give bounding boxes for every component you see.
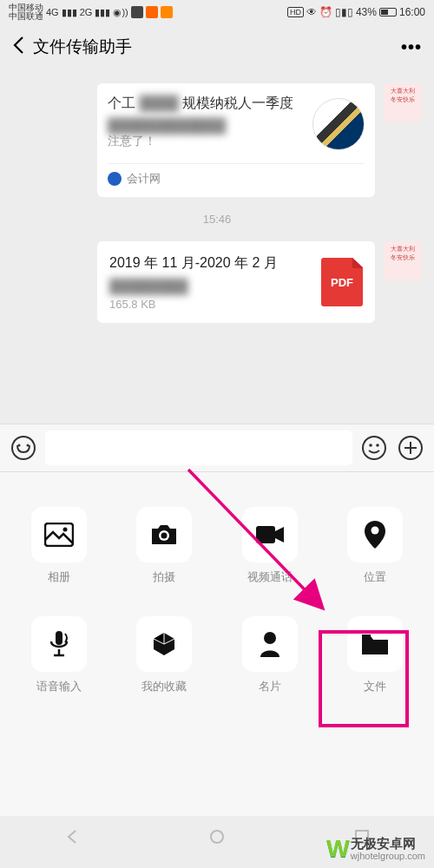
article-blur-line: ████████████ [108,118,312,134]
back-button[interactable] [12,36,24,58]
attach-contact-label: 名片 [259,679,281,694]
svg-point-3 [363,437,385,459]
battery-icon [379,8,397,16]
alarm-icon: ⏰ [319,6,332,18]
file-size: 165.8 KB [109,298,311,311]
article-title-part2: 规模纳税人一季度 [182,95,293,110]
source-badge-icon [108,172,122,186]
file-name-line1: 2019 年 11 月-2020 年 2 月 [109,253,311,273]
watermark-name: 无极安卓网 [351,837,425,852]
chat-title: 文件传输助手 [33,36,132,58]
user-avatar[interactable]: 大喜大利冬安快乐 [384,83,422,122]
hd-badge: HD [287,7,304,17]
attach-gallery-label: 相册 [48,569,70,585]
svg-point-12 [161,533,168,539]
input-bar [0,424,434,472]
pdf-file-icon: PDF [321,258,363,306]
nav-back-icon[interactable] [63,828,81,849]
watermark-url: wjhotelgroup.com [351,851,425,861]
article-title-blur: ████ [139,95,178,110]
app-icon-2 [146,6,158,18]
message-article[interactable]: 个工 ████ 规模纳税人一季度 ████████████ 注意了！ 会计网 大… [0,78,434,202]
attach-videocall-label: 视频通话 [247,569,293,585]
signal-bars-icon: ▮▮▮ [62,7,77,18]
signal-bars-icon-2: ▮▮▮ [95,7,110,18]
vibrate-icon: ▯▮▯ [335,6,353,18]
svg-point-18 [264,632,276,644]
app-icon-3 [161,6,173,18]
svg-point-21 [211,831,223,843]
watermark: W 无极安卓网 wjhotelgroup.com [326,835,425,863]
chat-header: 文件传输助手 ••• [0,24,434,69]
attach-camera[interactable]: 拍摄 [121,507,207,585]
attach-camera-label: 拍摄 [153,569,175,585]
attach-location-label: 位置 [364,569,386,585]
wifi-icon: ◉)) [113,7,128,18]
svg-rect-15 [56,631,62,645]
article-title-part1: 个工 [108,95,135,110]
app-icon-1 [131,6,143,18]
signal-net-2: 2G [80,7,93,17]
nav-home-icon[interactable] [208,828,226,849]
attach-gallery[interactable]: 相册 [16,507,102,585]
chat-timestamp: 15:46 [0,213,434,226]
signal-net-1: 4G [46,7,59,17]
attach-favorites-label: 我的收藏 [141,679,187,694]
attachment-panel: 相册 拍摄 视频通话 位置 语音输入 我的收藏 名片 文件 [0,472,434,816]
svg-rect-13 [256,526,275,543]
eye-icon: 👁 [306,6,317,18]
attach-voice[interactable]: 语音输入 [16,616,102,694]
svg-point-4 [369,444,372,447]
message-file[interactable]: 2019 年 11 月-2020 年 2 月 ████████ 165.8 KB… [0,236,434,327]
svg-point-1 [18,444,21,447]
carrier-2: 中国联通 [9,12,43,21]
attach-file-label: 文件 [364,679,386,694]
attach-favorites[interactable]: 我的收藏 [121,616,207,694]
clock-time: 16:00 [399,6,425,18]
article-thumbnail [312,98,365,150]
svg-point-5 [376,444,379,447]
svg-point-2 [27,444,30,447]
article-subtitle: 注意了！ [108,134,312,149]
message-text-input[interactable] [45,431,352,465]
svg-rect-19 [362,635,371,638]
watermark-logo-icon: W [326,835,345,863]
battery-percent: 43% [356,6,377,18]
svg-point-10 [63,528,68,532]
plus-button[interactable] [396,433,425,463]
attach-videocall[interactable]: 视频通话 [227,507,313,585]
user-avatar[interactable]: 大喜大利冬安快乐 [384,241,422,279]
attach-file[interactable]: 文件 [332,616,418,694]
attach-contact[interactable]: 名片 [227,616,313,694]
status-bar: 中国移动 中国联通 4G ▮▮▮ 2G ▮▮▮ ◉)) HD 👁 ⏰ ▯▮▯ 4… [0,0,434,24]
svg-point-14 [371,527,378,535]
file-name-blur: ████████ [109,279,311,294]
more-button[interactable]: ••• [401,37,422,57]
attach-voice-label: 语音输入 [36,679,82,694]
article-source-name: 会计网 [127,171,161,187]
attach-location[interactable]: 位置 [332,507,418,585]
chat-area: 个工 ████ 规模纳税人一季度 ████████████ 注意了！ 会计网 大… [0,69,434,337]
svg-point-0 [12,437,35,459]
emoji-button[interactable] [359,433,389,463]
voice-input-button[interactable] [9,433,38,463]
